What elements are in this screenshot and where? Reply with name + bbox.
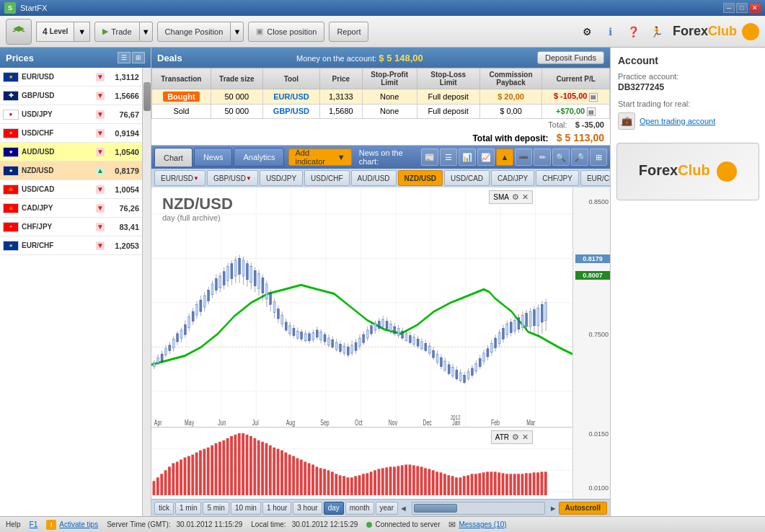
price-item-usdchf[interactable]: + USD/CHF ▼ 0,9194 — [0, 124, 142, 143]
price-item-chfjpy[interactable]: + CHF/JPY ▼ 83,41 — [0, 218, 142, 236]
tool-2[interactable]: GBP/USD — [262, 104, 319, 119]
level-selector[interactable]: 4 Level ▼ — [36, 22, 90, 42]
pair-tab-usdcad[interactable]: USD/CAD — [444, 170, 490, 186]
change-position-dropdown-button[interactable]: ▼ — [231, 22, 244, 42]
pair-tab-audusd[interactable]: AUD/USD — [351, 170, 397, 186]
sma-close-icon[interactable]: ✕ — [522, 192, 529, 202]
pair-tab-chfjpy[interactable]: CHF/JPY — [536, 170, 579, 186]
add-indicator-button[interactable]: Add indicator ▼ — [288, 148, 351, 166]
tool-1[interactable]: EUR/USD — [262, 89, 319, 105]
time-btn-10min[interactable]: 10 min — [231, 502, 261, 515]
magnify-plus-button[interactable]: 🔎 — [571, 148, 588, 166]
grid-view-button[interactable]: ⊞ — [132, 52, 145, 63]
scroll-left-icon[interactable]: ◄ — [399, 504, 407, 513]
svg-rect-41 — [200, 300, 202, 311]
user-icon-button[interactable]: 🏃 — [647, 22, 667, 42]
svg-rect-265 — [261, 442, 264, 495]
candle-chart-button[interactable]: ▲ — [496, 148, 513, 166]
level-dropdown[interactable]: ▼ — [74, 22, 90, 42]
sma-settings-icon[interactable]: ⚙ — [512, 192, 519, 202]
atr-settings-icon[interactable]: ⚙ — [512, 433, 519, 442]
prices-scroll-thumb[interactable] — [143, 82, 151, 111]
price-item-nzdusd[interactable]: ★ NZD/USD ▲ 0,8179 — [0, 161, 142, 180]
tab-analytics[interactable]: Analytics — [234, 148, 284, 167]
time-btn-day[interactable]: day — [324, 502, 344, 515]
time-btn-1min[interactable]: 1 min — [175, 502, 201, 515]
trade-dropdown-button[interactable]: ▼ — [140, 22, 153, 42]
time-btn-3hour[interactable]: 3 hour — [293, 502, 322, 515]
pair-tabs: EUR/USD ▼ GBP/USD ▼ USD/JPY USD/CHF AUD/… — [151, 169, 610, 187]
atr-close-icon[interactable]: ✕ — [522, 433, 529, 442]
pair-tab-gbpusd[interactable]: GBP/USD ▼ — [207, 170, 258, 186]
svg-rect-291 — [362, 474, 365, 495]
scrollbar-thumb[interactable] — [414, 504, 457, 513]
minimize-button[interactable]: ─ — [723, 3, 735, 13]
mini-chart-button-2[interactable]: ▤ — [587, 107, 596, 116]
pair-tab-usdchf[interactable]: USD/CHF — [304, 170, 349, 186]
y-axis-0.8500: 0.8500 — [588, 198, 609, 205]
pair-tab-nzdusd[interactable]: NZD/USD — [398, 170, 443, 186]
trade-button-group[interactable]: ▶ Trade ▼ — [94, 22, 152, 42]
price-item-usdcad[interactable]: 🍁 USD/CAD ▼ 1,0054 — [0, 180, 142, 199]
prices-scrollbar[interactable] — [142, 68, 151, 516]
trade-main-button[interactable]: ▶ Trade — [94, 22, 139, 42]
price-item-gbpusd[interactable]: ✚ GBP/USD ▼ 1,5666 — [0, 87, 142, 105]
close-position-button[interactable]: ▣ Close position — [248, 22, 324, 42]
help-icon-button[interactable]: ❓ — [624, 22, 644, 42]
center-panel: Deals Money on the account: $ 5 148,00 D… — [151, 48, 610, 516]
scroll-right-icon[interactable]: ► — [549, 504, 557, 513]
list-view-button[interactable]: ☰ — [118, 52, 131, 63]
price-item-cadjpy[interactable]: 🍁 CAD/JPY ▼ 76,26 — [0, 199, 142, 218]
time-btn-tick[interactable]: tick — [154, 502, 174, 515]
price-item-eurchf[interactable]: ★ EUR/CHF ▼ 1,2053 — [0, 236, 142, 255]
value-cadjpy: 76,26 — [105, 204, 139, 213]
bar-chart-button[interactable]: 📊 — [459, 148, 476, 166]
info-icon-button[interactable]: ℹ — [601, 22, 621, 42]
warning-icon: ! — [46, 520, 56, 530]
price-item-audusd[interactable]: ★ AUD/USD ▼ 1,0540 — [0, 143, 142, 161]
col-pl: Current P/L — [542, 68, 610, 89]
grid-button[interactable]: ⊞ — [590, 148, 607, 166]
line-chart-button[interactable]: 📈 — [477, 148, 495, 166]
table-row[interactable]: Sold 50 000 GBP/USD 1,5680 None Full dep… — [152, 104, 610, 119]
change-position-main-button[interactable]: Change Position — [157, 22, 231, 42]
list-icon-button[interactable]: ☰ — [440, 148, 457, 166]
change-position-button-group[interactable]: Change Position ▼ — [157, 22, 244, 42]
report-button[interactable]: Report — [329, 22, 368, 42]
deposit-funds-button[interactable]: Deposit Funds — [537, 51, 604, 64]
autoscroll-button[interactable]: Autoscroll — [559, 502, 607, 515]
tab-chart[interactable]: Chart — [154, 148, 193, 167]
svg-rect-336 — [536, 472, 539, 495]
messages-link[interactable]: Messages (10) — [459, 520, 506, 528]
zoom-out-button[interactable]: ➖ — [515, 148, 532, 166]
close-button[interactable]: ✕ — [749, 3, 761, 13]
activate-tips-label[interactable]: Activate tips — [59, 520, 98, 528]
pair-tab-eurchf[interactable]: EUR/CHF — [580, 170, 610, 186]
time-btn-5min[interactable]: 5 min — [203, 502, 229, 515]
pencil-button[interactable]: ✏ — [534, 148, 551, 166]
money-value: $ 5 148,00 — [379, 53, 423, 63]
price-item-usdjpy[interactable]: ● USD/JPY ▼ 76,67 — [0, 105, 142, 124]
pair-tab-cadjpy[interactable]: CAD/JPY — [491, 170, 534, 186]
open-account-link[interactable]: 💼 Open trading account — [618, 112, 758, 130]
mini-chart-button-1[interactable]: ▤ — [589, 93, 598, 102]
news-icon-button[interactable]: 📰 — [421, 148, 438, 166]
time-btn-year[interactable]: year — [376, 502, 398, 515]
svg-rect-285 — [339, 475, 342, 495]
atr-indicator-tag: ATR ⚙ ✕ — [491, 430, 533, 444]
table-row[interactable]: Bought 50 000 EUR/USD 1,3133 None Full d… — [152, 89, 610, 105]
messages-item[interactable]: ✉ Messages (10) — [448, 520, 506, 530]
main-chart-area[interactable]: NZD/USD day (full archive) SMA ⚙ ✕ — [151, 187, 572, 427]
money-label: Money on the account: — [296, 54, 376, 63]
horizontal-scrollbar[interactable] — [412, 502, 545, 515]
time-btn-1hour[interactable]: 1 hour — [262, 502, 291, 515]
pair-tab-usdjpy[interactable]: USD/JPY — [260, 170, 303, 186]
settings-icon-button[interactable]: ⚙ — [578, 22, 598, 42]
pair-tab-eurusd[interactable]: EUR/USD ▼ — [154, 170, 205, 186]
price-item-eurusd[interactable]: ★ EUR/USD ▼ 1,3112 — [0, 68, 142, 87]
tab-news[interactable]: News — [194, 148, 233, 167]
time-btn-month[interactable]: month — [345, 502, 374, 515]
maximize-button[interactable]: □ — [736, 3, 748, 13]
logo-button[interactable] — [6, 19, 32, 45]
magnify-minus-button[interactable]: 🔍 — [552, 148, 570, 166]
